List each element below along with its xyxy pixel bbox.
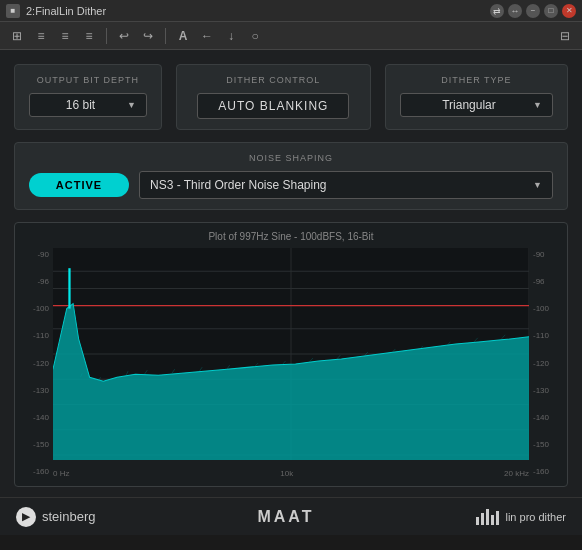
- linpro-logo-icon: [476, 509, 499, 525]
- y-label-9: -160: [23, 467, 51, 476]
- toolbar: ⊞ ≡ ≡ ≡ ↩ ↪ A ← ↓ ○ ⊟: [0, 22, 582, 50]
- y-labels-right: -90 -96 -100 -110 -120 -130 -140 -150 -1…: [531, 248, 559, 478]
- y-labels-left: -90 -96 -100 -110 -120 -130 -140 -150 -1…: [23, 248, 51, 478]
- footer: ▶ steinberg MAAT lin pro dither: [0, 497, 582, 535]
- noise-shaping-section: NOISE SHAPING ACTIVE NS3 - Third Order N…: [14, 142, 568, 210]
- linpro-branding: lin pro dither: [476, 509, 566, 525]
- y-label-8: -150: [23, 440, 51, 449]
- circle-icon[interactable]: ○: [246, 27, 264, 45]
- plot-title: Plot of 997Hz Sine - 100dBFS, 16-Bit: [23, 231, 559, 242]
- y-label-r1: -90: [531, 250, 559, 259]
- text-icon[interactable]: A: [174, 27, 192, 45]
- ns-arrow-icon: ▼: [533, 180, 542, 190]
- steinberg-branding: ▶ steinberg: [16, 507, 95, 527]
- spectrum-plot: [53, 248, 529, 460]
- plot-section: Plot of 997Hz Sine - 100dBFS, 16-Bit -90…: [14, 222, 568, 487]
- y-label-4: -110: [23, 331, 51, 340]
- title-bar-left: ■ 2:FinalLin Dither: [6, 4, 106, 18]
- bit-depth-dropdown[interactable]: 16 bit ▼: [29, 93, 147, 117]
- window-title: 2:FinalLin Dither: [26, 5, 106, 17]
- down-icon[interactable]: ↓: [222, 27, 240, 45]
- back-icon[interactable]: ←: [198, 27, 216, 45]
- dither-type-value: Triangular: [411, 98, 527, 112]
- minimize-button[interactable]: −: [526, 4, 540, 18]
- undo-icon[interactable]: ↩: [115, 27, 133, 45]
- app-icon: ■: [6, 4, 20, 18]
- dither-control-label: DITHER CONTROL: [226, 75, 320, 85]
- dither-control-section: DITHER CONTROL AUTO BLANKING: [176, 64, 371, 130]
- y-label-r6: -130: [531, 386, 559, 395]
- window-controls[interactable]: ⇄ ↔ − □ ✕: [490, 4, 576, 18]
- y-label-r9: -160: [531, 467, 559, 476]
- y-label-r4: -110: [531, 331, 559, 340]
- linpro-label: lin pro dither: [505, 511, 566, 523]
- dither-type-label: DITHER TYPE: [441, 75, 511, 85]
- y-label-3: -100: [23, 304, 51, 313]
- redo-icon[interactable]: ↪: [139, 27, 157, 45]
- maat-branding: MAAT: [257, 508, 314, 526]
- bit-depth-label: OUTPUT BIT DEPTH: [37, 75, 139, 85]
- y-label-1: -90: [23, 250, 51, 259]
- bit-depth-value: 16 bit: [40, 98, 121, 112]
- steinberg-label: steinberg: [42, 509, 95, 524]
- y-label-r5: -120: [531, 359, 559, 368]
- plugin-body: OUTPUT BIT DEPTH 16 bit ▼ DITHER CONTROL…: [0, 50, 582, 497]
- settings-icon[interactable]: ⊟: [556, 27, 574, 45]
- y-label-5: -120: [23, 359, 51, 368]
- y-label-7: -140: [23, 413, 51, 422]
- bit-depth-arrow-icon: ▼: [127, 100, 136, 110]
- y-label-6: -130: [23, 386, 51, 395]
- y-label-2: -96: [23, 277, 51, 286]
- toolbar-icon-3[interactable]: ≡: [56, 27, 74, 45]
- close-button[interactable]: ✕: [562, 4, 576, 18]
- output-bit-depth-section: OUTPUT BIT DEPTH 16 bit ▼: [14, 64, 162, 130]
- toolbar-icon-4[interactable]: ≡: [80, 27, 98, 45]
- noise-shaping-controls: ACTIVE NS3 - Third Order Noise Shaping ▼: [29, 171, 553, 199]
- dither-type-section: DITHER TYPE Triangular ▼: [385, 64, 568, 130]
- toolbar-icon-1[interactable]: ⊞: [8, 27, 26, 45]
- arrow-icon[interactable]: ↔: [508, 4, 522, 18]
- toolbar-divider-1: [106, 28, 107, 44]
- plot-container: -90 -96 -100 -110 -120 -130 -140 -150 -1…: [23, 248, 559, 478]
- ns-dropdown[interactable]: NS3 - Third Order Noise Shaping ▼: [139, 171, 553, 199]
- y-label-r7: -140: [531, 413, 559, 422]
- x-label-10k: 10k: [280, 469, 293, 478]
- title-bar: ■ 2:FinalLin Dither ⇄ ↔ − □ ✕: [0, 0, 582, 22]
- active-button[interactable]: ACTIVE: [29, 173, 129, 197]
- dither-type-arrow-icon: ▼: [533, 100, 542, 110]
- network-icon[interactable]: ⇄: [490, 4, 504, 18]
- noise-shaping-label: NOISE SHAPING: [29, 153, 553, 163]
- steinberg-logo: ▶: [16, 507, 36, 527]
- y-label-r3: -100: [531, 304, 559, 313]
- y-label-r2: -96: [531, 277, 559, 286]
- x-label-0hz: 0 Hz: [53, 469, 69, 478]
- y-label-r8: -150: [531, 440, 559, 449]
- controls-row: OUTPUT BIT DEPTH 16 bit ▼ DITHER CONTROL…: [14, 64, 568, 130]
- toolbar-divider-2: [165, 28, 166, 44]
- x-labels: 0 Hz 10k 20 kHz: [53, 469, 529, 478]
- toolbar-icon-2[interactable]: ≡: [32, 27, 50, 45]
- dither-type-dropdown[interactable]: Triangular ▼: [400, 93, 553, 117]
- x-label-20khz: 20 kHz: [504, 469, 529, 478]
- maat-label: MAAT: [257, 508, 314, 525]
- ns-value: NS3 - Third Order Noise Shaping: [150, 178, 327, 192]
- dither-control-value: AUTO BLANKING: [197, 93, 349, 119]
- maximize-button[interactable]: □: [544, 4, 558, 18]
